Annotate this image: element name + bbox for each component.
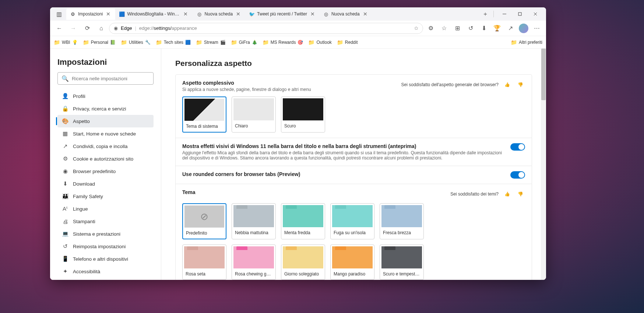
refresh-button[interactable]: ⟳ (81, 22, 94, 35)
nav-item-1[interactable]: 🔒Privacy, ricerca e servizi (57, 102, 154, 115)
thumbs-down-icon[interactable]: 👎 (515, 189, 525, 199)
theme-option-3[interactable]: .color-opt:nth-child(4) .sw::before{back… (330, 203, 374, 239)
address-bar[interactable]: ◉ Edge | edge://settings/appearance ✩ (109, 23, 423, 34)
other-bookmarks[interactable]: 📁Altri preferiti (511, 39, 542, 45)
search-input[interactable] (72, 76, 149, 81)
theme-option-1[interactable]: .color-opt:nth-child(2) .sw::before{back… (232, 203, 276, 239)
preview (184, 99, 224, 121)
nav-item-0[interactable]: 👤Profili (57, 90, 154, 102)
nav-item-14[interactable]: ✦Accessibilità (57, 265, 154, 278)
nav-item-8[interactable]: 👪Family Safety (57, 190, 154, 203)
bookmark-tech sites[interactable]: 📁Tech sites🟦 (156, 39, 191, 45)
theme-option-5[interactable]: .color-opt:nth-child(6) .sw::before{back… (182, 245, 226, 280)
feedback-question: Sei soddisfatto dell'aspetto generale de… (401, 82, 499, 87)
window-controls (497, 8, 543, 20)
theme-option-4[interactable]: .color-opt:nth-child(5) .sw::before{back… (380, 203, 424, 239)
nav-item-6[interactable]: ◉Browser predefinito (57, 165, 154, 177)
theme-option-0[interactable]: ⊘Predefinito (182, 203, 226, 239)
nav-item-11[interactable]: 💻Sistema e prestazioni (57, 228, 154, 240)
tab-close-icon[interactable]: ✕ (362, 11, 369, 17)
bookmark-label: MS Rewards (271, 40, 296, 45)
rewards-icon[interactable]: 🏆 (491, 22, 503, 35)
bookmark-stream[interactable]: 📁Stream🎬 (196, 39, 226, 45)
nav-item-9[interactable]: AᵗLingue (57, 203, 154, 215)
forward-button[interactable]: → (67, 22, 80, 35)
bookmark-utilities[interactable]: 📁Utilities🔧 (121, 39, 151, 45)
theme-option-7[interactable]: .color-opt:nth-child(8) .sw::before{back… (281, 245, 325, 280)
nav-label: Family Safety (73, 194, 103, 199)
theme-option-6[interactable]: .color-opt:nth-child(7) .sw::before{back… (232, 245, 276, 280)
bookmark-wbi[interactable]: 📁WBI💡 (54, 39, 78, 45)
color-swatch: .color-opt:nth-child(6) .sw::before{back… (184, 246, 225, 268)
tab-1[interactable]: 🟦WindowsBlogItalia - Windows, S✕ (115, 8, 193, 20)
settings-search[interactable]: 🔍 (57, 72, 154, 85)
tab-close-icon[interactable]: ✕ (235, 11, 242, 17)
theme-option-8[interactable]: .color-opt:nth-child(9) .sw::before{back… (330, 245, 374, 280)
nav-item-10[interactable]: 🖨Stampanti (57, 215, 154, 228)
thumbs-up-icon[interactable]: 👍 (502, 80, 512, 89)
tab-0[interactable]: ⚙Impostazioni✕ (66, 8, 115, 20)
bookmark-reddit[interactable]: 📁Reddit (337, 39, 358, 45)
share-icon[interactable]: ↗ (504, 22, 517, 35)
nav-item-5[interactable]: ⚙Cookie e autorizzazioni sito (57, 152, 154, 165)
tab-favicon: ◎ (196, 11, 202, 17)
nav-label: Stampanti (73, 219, 95, 224)
home-button[interactable]: ⌂ (95, 22, 108, 35)
tab-3[interactable]: 🐦Tweet più recenti / Twitter✕ (245, 8, 320, 20)
bookmark-outlook[interactable]: 📁Outlook (308, 39, 331, 45)
nav-item-4[interactable]: ↗Condividi, copia e incolla (57, 140, 154, 152)
favorite-icon[interactable]: ✩ (414, 25, 418, 31)
nav-item-2[interactable]: 🎨Aspetto (57, 115, 154, 127)
theme-option-9[interactable]: .color-opt:nth-child(10) .sw::before{bac… (380, 245, 424, 280)
new-tab-button[interactable]: ＋ (480, 9, 490, 19)
scrollbar[interactable] (541, 49, 546, 280)
nav-icon: 🖨 (62, 218, 68, 225)
nav-item-7[interactable]: ⬇Download (57, 177, 154, 190)
tab-label: WindowsBlogItalia - Windows, S (127, 11, 180, 17)
folder-icon: 📁 (196, 39, 202, 45)
appearance-option-light[interactable]: Chiaro (232, 96, 276, 133)
option-label: Scuro (283, 123, 323, 130)
theme-label: Menta fredda (283, 229, 323, 237)
profile-avatar[interactable] (517, 22, 530, 35)
tab-4[interactable]: ◎Nuova scheda✕ (320, 8, 372, 20)
titlebar: ▥ ⚙Impostazioni✕🟦WindowsBlogItalia - Win… (50, 7, 546, 21)
back-button[interactable]: ← (53, 22, 66, 35)
thumbs-up-icon[interactable]: 👍 (502, 189, 512, 199)
menu-icon[interactable]: ⋯ (531, 22, 543, 35)
page-title: Personalizza aspetto (175, 59, 532, 68)
nav-item-15[interactable]: ⓔInformazioni su Microsoft Edge (57, 278, 154, 280)
maximize-button[interactable] (512, 8, 528, 20)
tab-2[interactable]: ◎Nuova scheda✕ (193, 8, 245, 20)
bookmark-ms rewards[interactable]: 📁MS Rewards🎯 (263, 39, 303, 45)
nav-item-3[interactable]: ▦Start, Home e nuove schede (57, 127, 154, 140)
close-button[interactable] (528, 8, 543, 20)
folder-icon: 📁 (83, 39, 89, 45)
mica-section: Mostra effetti visivi di Windows 11 nell… (176, 138, 532, 166)
theme-option-2[interactable]: .color-opt:nth-child(3) .sw::before{back… (281, 203, 325, 239)
mica-toggle[interactable] (510, 143, 525, 151)
color-swatch: .color-opt:nth-child(7) .sw::before{back… (233, 246, 274, 268)
rounded-toggle[interactable] (510, 171, 525, 179)
favorites-icon[interactable]: ☆ (438, 22, 450, 35)
nav-item-13[interactable]: 📱Telefono e altri dispositivi (57, 253, 154, 265)
bookmark-personal[interactable]: 📁Personal📗 (83, 39, 116, 45)
thumbs-down-icon[interactable]: 👎 (515, 80, 525, 89)
nav-icon: ⬇ (62, 180, 68, 187)
nav-item-12[interactable]: ↺Reimposta impostazioni (57, 240, 154, 253)
tab-close-icon[interactable]: ✕ (309, 11, 316, 17)
appearance-option-dark[interactable]: Scuro (281, 96, 325, 133)
nav-icon: Aᵗ (62, 205, 68, 212)
tab-close-icon[interactable]: ✕ (105, 11, 112, 17)
tab-manager-icon[interactable]: ▥ (53, 11, 65, 18)
theme-label: Nebbia mattutina (233, 229, 274, 237)
downloads-icon[interactable]: ⬇ (478, 22, 490, 35)
collections-icon[interactable]: ⊞ (451, 22, 464, 35)
history-icon[interactable]: ↺ (464, 22, 477, 35)
extensions-icon[interactable]: ⚙ (425, 22, 437, 35)
bookmark-gifra[interactable]: 📁GiFra🎄 (231, 39, 257, 45)
minimize-button[interactable] (497, 8, 512, 20)
appearance-option-system[interactable]: Tema di sistema (182, 96, 226, 133)
theme-label: Giorno soleggiato (283, 271, 323, 278)
tab-close-icon[interactable]: ✕ (182, 11, 189, 17)
